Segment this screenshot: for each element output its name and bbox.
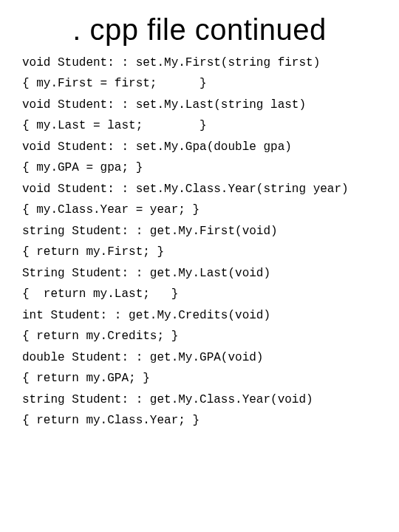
slide-title: . cpp file continued [22, 13, 377, 47]
code-line: { my.Class.Year = year; } [22, 203, 200, 216]
code-block: void Student: : set.My.First(string firs… [22, 52, 377, 431]
code-line: { return my.Class.Year; } [22, 414, 200, 427]
code-line: void Student: : set.My.Gpa(double gpa) [22, 140, 292, 154]
code-line: void Student: : set.My.Class.Year(string… [22, 183, 349, 196]
code-line: { return my.Last; } [22, 287, 178, 301]
code-line: string Student: : get.My.First(void) [22, 225, 278, 238]
code-line: void Student: : set.My.Last(string last) [22, 98, 306, 112]
code-line: { return my.GPA; } [22, 372, 150, 385]
slide: . cpp file continued void Student: : set… [0, 0, 399, 532]
code-line: double Student: : get.My.GPA(void) [22, 351, 263, 364]
code-line: { return my.First; } [22, 245, 164, 259]
code-line: { my.First = first; } [22, 77, 207, 90]
code-line: String Student: : get.My.Last(void) [22, 267, 270, 280]
code-line: int Student: : get.My.Credits(void) [22, 309, 270, 322]
code-line: { return my.Credits; } [22, 330, 178, 343]
code-line: void Student: : set.My.First(string firs… [22, 56, 320, 69]
code-line: { my.Last = last; } [22, 119, 207, 132]
code-line: string Student: : get.My.Class.Year(void… [22, 393, 313, 406]
code-line: { my.GPA = gpa; } [22, 161, 143, 174]
